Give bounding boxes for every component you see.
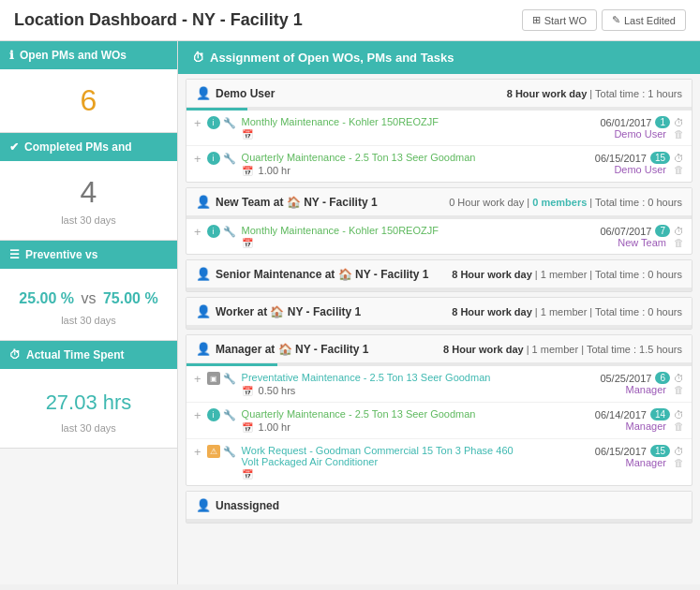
task-row: +i🔧Monthly Maintenance - Kohler 150REOZJ… [186,111,692,146]
user-groups-container: 👤Demo User8 Hour work day | Total time :… [178,79,700,524]
task-delete-button[interactable]: 🗑 [674,420,684,432]
info-icon[interactable]: i [207,116,220,129]
task-meta: 06/15/201715⏱Manager🗑 [534,445,684,468]
task-expand-button[interactable]: + [194,152,201,167]
start-wo-button[interactable]: ⊞ Start WO [522,9,597,31]
task-delete-button[interactable]: 🗑 [674,457,684,468]
info-circle-icon: ℹ [9,49,14,62]
wrench-icon: 🔧 [223,117,236,129]
user-group-header-worker: 👤Worker at 🏠 NY - Facility 18 Hour work … [186,298,692,326]
task-assignee: Manager [626,457,666,468]
task-meta: 05/25/20176⏱Manager🗑 [534,372,684,395]
task-delete-button[interactable]: 🗑 [674,384,684,395]
sidebar-card-header-preventive: ☰ Preventive vs [0,241,177,269]
user-group-name-manager: 👤Manager at 🏠 NY - Facility 1 [196,342,369,356]
info-icon[interactable]: i [207,408,220,421]
task-clock-icon: ⏱ [674,409,684,420]
task-delete-button[interactable]: 🗑 [674,164,684,175]
wrench-icon: 🔧 [223,446,236,458]
task-info: Quarterly Maintenance - 2.5 Ton 13 Seer … [242,152,527,176]
task-date-row: 06/07/20177⏱ [600,225,684,237]
task-link[interactable]: Work Request - Goodman Commercial 15 Ton… [242,445,514,467]
wrench-icon: 🔧 [223,409,236,421]
task-bottom-row: 📅1.00 hr [242,165,527,176]
sidebar-card-body-open-pms: 6 [0,69,177,132]
user-group-name-worker: 👤Worker at 🏠 NY - Facility 1 [196,304,361,318]
task-link[interactable]: Quarterly Maintenance - 2.5 Ton 13 Seer … [242,408,476,420]
task-expand-button[interactable]: + [194,445,201,460]
task-delete-button[interactable]: 🗑 [674,237,684,248]
task-expand-button[interactable]: + [194,225,201,240]
task-delete-button[interactable]: 🗑 [674,128,684,140]
task-hours-text: 0.50 hrs [259,385,296,396]
info-icon[interactable]: i [207,152,220,165]
task-expand-button[interactable]: + [194,372,201,387]
wrench-icon: 🔧 [223,373,236,385]
task-date-row: 05/25/20176⏱ [600,372,684,384]
preventive-value2: 75.00 % [103,290,158,306]
task-badge: 15 [650,152,670,164]
user-group-demo-user: 👤Demo User8 Hour work day | Total time :… [186,79,693,183]
task-date: 06/15/2017 [595,446,647,457]
task-expand-button[interactable]: + [194,408,201,423]
sidebar-card-completed: ✔ Completed PMs and 4 last 30 days [0,133,177,241]
task-link[interactable]: Preventative Maintenance - 2.5 Ton 13 Se… [242,372,491,383]
task-date: 06/14/2017 [595,409,647,420]
person-icon: 👤 [196,86,211,100]
task-badge: 14 [650,408,670,420]
task-assignee-row: Demo User🗑 [614,128,684,140]
task-icons: i🔧 [207,152,236,165]
last-edited-button[interactable]: ✎ Last Edited [602,9,686,31]
task-date: 05/25/2017 [600,373,651,384]
open-pms-value: 6 [9,83,168,118]
task-calendar-row: 📅 [242,129,527,140]
preventive-vs-value: 25.00 % vs 75.00 % [9,290,168,307]
sidebar-card-time: ⏱ Actual Time Spent 27.03 hrs last 30 da… [0,341,177,449]
calendar-icon: 📅 [242,166,253,176]
user-group-header-demo-user: 👤Demo User8 Hour work day | Total time :… [186,80,692,108]
warning-icon: ⚠ [207,445,220,458]
task-meta: 06/07/20177⏱New Team🗑 [534,225,684,248]
user-group-manager: 👤Manager at 🏠 NY - Facility 18 Hour work… [186,334,693,486]
task-clock-icon: ⏱ [674,373,684,384]
task-expand-button[interactable]: + [194,116,201,131]
content-panel: ⏱ Assignment of Open WOs, PMs and Tasks … [178,41,700,584]
user-group-meta-manager: 8 Hour work day | 1 member | Total time … [443,344,682,355]
preventive-label: last 30 days [9,315,168,326]
task-badge: 1 [655,116,670,128]
task-meta: 06/15/201715⏱Demo User🗑 [534,152,684,175]
task-assignee: Demo User [614,164,666,175]
task-bottom-row: 📅1.00 hr [242,421,527,433]
completed-value: 4 [9,175,168,210]
progress-bar-container [186,326,692,329]
task-link[interactable]: Quarterly Maintenance - 2.5 Ton 13 Seer … [242,152,476,163]
user-group-name-new-team: 👤New Team at 🏠 NY - Facility 1 [196,195,378,209]
user-group-meta-new-team: 0 Hour work day | 0 members | Total time… [449,197,682,208]
user-group-senior-maintenance: 👤Senior Maintenance at 🏠 NY - Facility 1… [186,259,693,292]
task-badge: 7 [655,225,670,237]
task-info: Preventative Maintenance - 2.5 Ton 13 Se… [242,372,527,396]
task-row: +i🔧Quarterly Maintenance - 2.5 Ton 13 Se… [186,403,692,439]
vs-separator: vs [82,290,97,306]
sidebar: ℹ Open PMs and WOs 6 ✔ Completed PMs and… [0,41,178,584]
task-assignee-row: New Team🗑 [618,237,684,248]
person-icon: 👤 [196,195,211,209]
task-row: +i🔧Monthly Maintenance - Kohler 150REOZJ… [186,219,692,254]
sidebar-card-body-completed: 4 last 30 days [0,161,177,240]
user-group-header-new-team: 👤New Team at 🏠 NY - Facility 10 Hour wor… [186,188,692,216]
info-icon[interactable]: i [207,225,220,238]
user-group-new-team: 👤New Team at 🏠 NY - Facility 10 Hour wor… [186,187,693,255]
task-icons: i🔧 [207,225,236,238]
person-icon: 👤 [196,498,211,512]
task-icons: ▣🔧 [207,372,236,385]
task-info: Monthly Maintenance - Kohler 150REOZJF📅 [242,116,527,140]
task-hours-text: 1.00 hr [259,165,290,176]
calendar-icon: 📅 [242,129,253,140]
task-badge: 15 [650,445,670,457]
user-group-name-senior-maintenance: 👤Senior Maintenance at 🏠 NY - Facility 1 [196,267,429,281]
task-info: Quarterly Maintenance - 2.5 Ton 13 Seer … [242,408,527,433]
task-icons: i🔧 [207,116,236,129]
task-link[interactable]: Monthly Maintenance - Kohler 150REOZJF [242,116,439,127]
task-link[interactable]: Monthly Maintenance - Kohler 150REOZJF [242,225,439,236]
time-value: 27.03 hrs [9,391,168,415]
